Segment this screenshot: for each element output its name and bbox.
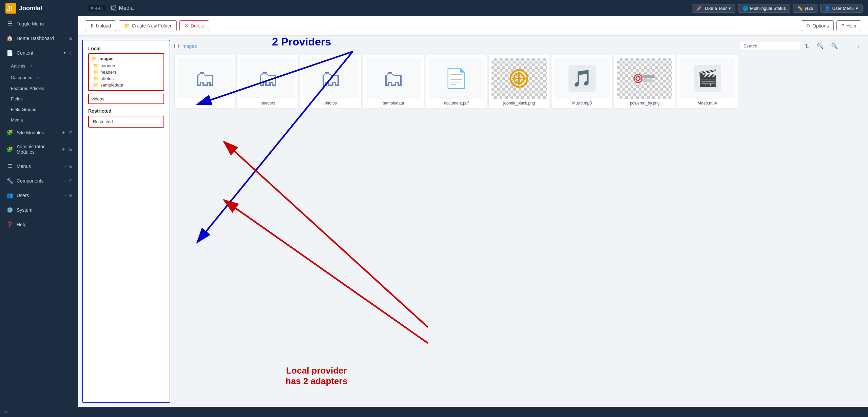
toggle-label: Toggle Menu [17,21,44,26]
sidebar-item-admin-modules[interactable]: 🧩 Administrator Modules ＋ ⊞ [0,140,78,159]
grid-icon-menus: ⊞ [69,164,73,169]
restricted-section: Restricted Restricted [88,108,164,128]
folder-icon-banners: 📁 [93,63,98,68]
folder-icon-sampledata: 📁 [93,82,98,88]
plus-modules: ＋ [61,130,66,136]
components-icon: 🔧 [6,177,13,184]
tree-item-photos[interactable]: 📁 photos [92,75,161,82]
file-item-joomla-black[interactable]: joomla_black.png [488,55,550,109]
svg-point-6 [634,74,642,82]
tree-item-sampledata[interactable]: 📁 sampledata [92,82,161,88]
audio-icon: 🎵 [568,65,596,92]
plus-articles: ＋ [29,63,34,69]
svg-rect-8 [643,75,655,78]
file-item-music[interactable]: 🎵 Music.mp3 [551,55,613,109]
multilingual-button[interactable]: 🌐 Multilingual Status [738,4,790,13]
tree-item-restricted[interactable]: Restricted [92,118,161,125]
topbar: J! Joomla! ⌘ 4.4.3 🖼 Media 🚀 Take a Tour… [0,0,868,16]
search-input[interactable] [739,41,800,51]
app-body: ☰ Home Dashboard Toggle Menu 🏠 Home Dash… [0,16,868,407]
joomla-logo-svg [509,68,529,89]
sidebar-item-menus[interactable]: ☰ Menus › ⊞ [0,159,78,173]
folder-item-banners[interactable]: 🗂 banners [174,55,236,109]
file-grid: 🗂 banners 🗂 headers 🗂 ph [174,55,864,109]
folder-item-sampledata[interactable]: 🗂 sampledata [363,55,424,109]
gear-icon: ⚙ [806,23,810,29]
file-item-powered[interactable]: powered_by.png [614,55,675,109]
file-item-pdf[interactable]: 📄 document.pdf [426,55,487,109]
admin-modules-icon: 🧩 [6,146,13,153]
folder-item-photos[interactable]: 🗂 photos [300,55,361,109]
sidebar-item-articles[interactable]: Articles ＋ [0,60,78,72]
folder-icon-large: 🗂 [194,66,216,91]
more-options-button[interactable]: ⋮ [853,41,864,51]
powered-by-svg [633,72,657,85]
images-title: 📁 images [92,56,161,61]
options-button[interactable]: ⚙ Options [801,20,834,31]
restricted-title: Restricted [88,108,164,114]
topbar-right: 🚀 Take a Tour ▾ 🌐 Multilingual Status ✏️… [692,4,863,13]
tour-icon: 🚀 [696,6,702,11]
page-icon: 🖼 [110,5,116,12]
file-browser: 2 Providers images ⇅ 🔍 🔍 ≡ ⋮ [170,36,868,407]
file-item-video[interactable]: 🎬 video.mp4 [677,55,738,109]
users-icon: 👥 [6,192,13,198]
content-arrow: ▾ [64,51,66,55]
browser-toolbar: images ⇅ 🔍 🔍 ≡ ⋮ [174,40,864,52]
sidebar-item-users[interactable]: 👥 Users › ⊞ [0,188,78,203]
take-tour-button[interactable]: 🚀 Take a Tour ▾ [692,4,735,13]
sidebar-item-home[interactable]: 🏠 Home Dashboard ⊞ [0,31,78,45]
sidebar-item-toggle[interactable]: ☰ Home Dashboard Toggle Menu [0,16,78,31]
svg-line-15 [224,200,428,343]
menus-arrow: › [64,164,66,168]
folder-item-headers[interactable]: 🗂 headers [237,55,298,109]
sidebar-item-content[interactable]: 📄 Content ▾ ⊞ [0,45,78,60]
music-thumbnail: 🎵 [554,58,610,99]
sidebar-item-help[interactable]: ❓ Help [0,217,78,232]
sidebar-item-fields[interactable]: Fields [0,94,78,104]
user-menu-button[interactable]: 👤 User Menu ▾ [820,4,863,13]
tree-item-videos[interactable]: videos [88,94,164,104]
powered-thumbnail [617,58,672,99]
sort-button[interactable]: ⇅ [802,41,812,51]
sidebar: ☰ Home Dashboard Toggle Menu 🏠 Home Dash… [0,16,78,407]
folder-icon-large4: 🗂 [383,66,404,91]
toolbar: ⬆ Upload 📁 Create New Folder ✕ Delete ⚙ … [78,16,868,36]
joomla-black-thumbnail [491,58,547,99]
select-all-checkbox[interactable] [174,44,179,48]
upload-button[interactable]: ⬆ Upload [85,20,116,31]
grid-icon-admin: ⊞ [69,147,73,152]
delete-button[interactable]: ✕ Delete [179,20,209,31]
svg-text:J!: J! [7,5,13,12]
tree-item-banners[interactable]: 📁 banners [92,62,161,69]
zoom-in-button[interactable]: 🔍 [828,41,841,51]
logo[interactable]: J! Joomla! [5,3,83,14]
folder-icon-large3: 🗂 [320,66,342,91]
video-icon: 🎬 [694,65,721,92]
sidebar-item-site-modules[interactable]: 🧩 Site Modules ＋ ⊞ [0,125,78,140]
edit-button[interactable]: ✏️ j426 [793,4,818,13]
browser-actions: ⇅ 🔍 🔍 ≡ ⋮ [739,41,864,51]
menu-icon: ☰ [6,20,13,27]
sidebar-item-components[interactable]: 🔧 Components › ⊞ [0,173,78,188]
list-view-button[interactable]: ≡ [843,42,851,51]
sidebar-item-categories[interactable]: Categories ＋ [0,72,78,83]
folder-thumbnail-headers: 🗂 [240,58,295,99]
sidebar-item-featured[interactable]: Featured Articles [0,83,78,94]
home-icon: 🏠 [6,35,13,41]
zoom-out-button[interactable]: 🔍 [814,41,826,51]
tree-item-headers[interactable]: 📁 headers [92,69,161,75]
sidebar-item-system[interactable]: ⚙️ System [0,203,78,217]
help-toolbar-button[interactable]: ? Help [836,20,861,31]
question-icon: ? [842,23,844,29]
users-arrow: › [64,193,66,197]
folder-thumbnail-sampledata: 🗂 [366,58,421,99]
logo-text: Joomla! [19,5,42,12]
pdf-thumbnail: 📄 [429,58,484,99]
chevron-down-icon: ▾ [729,6,731,11]
create-folder-button[interactable]: 📁 Create New Folder [119,20,177,31]
topbar-center: 🖼 Media [110,5,688,12]
folder-icon: 📁 [124,23,130,29]
sidebar-item-field-groups[interactable]: Field Groups [0,104,78,115]
sidebar-item-media[interactable]: Media [0,115,78,125]
